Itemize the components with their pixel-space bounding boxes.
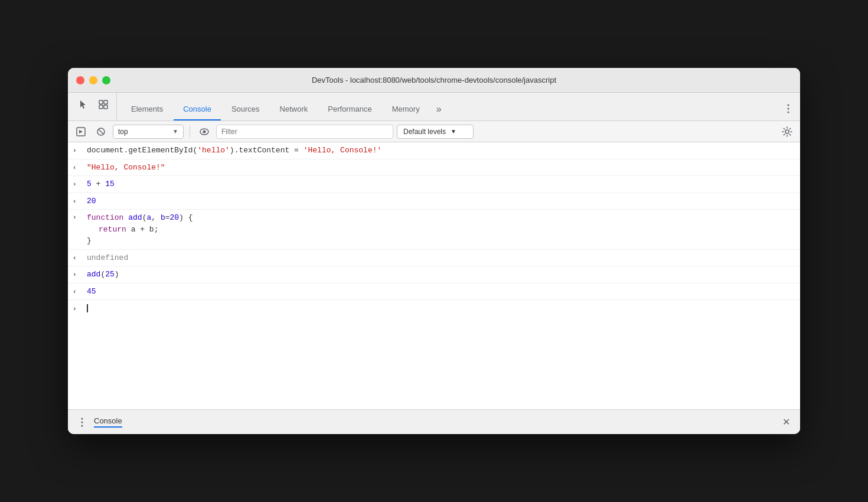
context-selector-arrow: ▼ xyxy=(172,128,178,135)
console-line: › add(25) xyxy=(68,266,800,283)
svg-rect-1 xyxy=(104,100,107,104)
svg-point-14 xyxy=(81,421,83,423)
tab-sources[interactable]: Sources xyxy=(222,93,269,120)
console-line: ‹ "Hello, Console!" xyxy=(68,159,800,177)
console-input-line[interactable]: › xyxy=(68,300,800,317)
execute-context-button[interactable] xyxy=(73,123,89,140)
input-arrow: › xyxy=(73,145,84,156)
context-selector[interactable]: top ▼ xyxy=(113,125,184,139)
more-tabs-button[interactable]: » xyxy=(430,99,448,120)
output-arrow: ‹ xyxy=(73,195,84,207)
console-code: add(25) xyxy=(84,269,795,281)
console-line: › 5 + 15 xyxy=(68,176,800,193)
svg-point-4 xyxy=(788,105,789,106)
vertical-dots-icon[interactable] xyxy=(781,102,795,116)
tab-memory[interactable]: Memory xyxy=(383,93,429,120)
svg-rect-0 xyxy=(99,100,103,104)
tab-end-icons xyxy=(781,102,795,120)
levels-dropdown[interactable]: Default levels ▼ xyxy=(397,125,474,139)
tab-elements[interactable]: Elements xyxy=(122,93,172,120)
title-bar: DevTools - localhost:8080/web/tools/chro… xyxy=(68,68,800,93)
console-line: ‹ 20 xyxy=(68,193,800,210)
maximize-button[interactable] xyxy=(102,76,110,84)
console-output[interactable]: › document.getElementById('hello').textC… xyxy=(68,142,800,409)
live-expression-button[interactable] xyxy=(196,123,213,140)
svg-rect-2 xyxy=(99,105,103,109)
input-prompt-arrow: › xyxy=(73,303,84,314)
svg-point-11 xyxy=(203,130,206,133)
svg-point-12 xyxy=(785,130,789,133)
console-output-value: 45 xyxy=(84,286,795,298)
window-title: DevTools - localhost:8080/web/tools/chro… xyxy=(312,76,556,84)
close-drawer-button[interactable]: ✕ xyxy=(779,415,793,429)
console-line: › document.getElementById('hello').textC… xyxy=(68,142,800,159)
cursor xyxy=(87,304,88,312)
tab-performance[interactable]: Performance xyxy=(318,93,381,120)
output-arrow: ‹ xyxy=(73,286,84,297)
clear-console-button[interactable] xyxy=(93,123,109,140)
close-button[interactable] xyxy=(76,76,84,84)
console-line: ‹ 45 xyxy=(68,283,800,301)
svg-point-6 xyxy=(788,112,789,113)
console-toolbar: top ▼ Default levels ▼ xyxy=(68,121,800,142)
settings-button[interactable] xyxy=(779,123,795,140)
svg-point-5 xyxy=(788,108,789,110)
svg-point-13 xyxy=(81,418,83,419)
toolbar-divider xyxy=(190,126,190,138)
filter-input[interactable] xyxy=(216,125,393,139)
console-output-value: undefined xyxy=(84,252,795,264)
bottom-console-tab[interactable]: Console xyxy=(94,416,122,428)
svg-rect-3 xyxy=(104,105,107,109)
bottom-dots-menu[interactable] xyxy=(75,415,89,429)
cursor-icon[interactable] xyxy=(75,96,92,113)
input-arrow: › xyxy=(73,269,84,280)
console-line: › function add(a, b=20) { return a + b; … xyxy=(68,210,800,250)
input-arrow: › xyxy=(73,212,84,223)
output-arrow: ‹ xyxy=(73,162,84,173)
svg-point-15 xyxy=(81,425,83,426)
output-arrow: ‹ xyxy=(73,252,84,263)
minimize-button[interactable] xyxy=(89,76,97,84)
devtools-window: DevTools - localhost:8080/web/tools/chro… xyxy=(68,68,800,434)
tab-bar: Elements Console Sources Network Perform… xyxy=(68,93,800,121)
tab-network[interactable]: Network xyxy=(270,93,318,120)
console-output-value: "Hello, Console!" xyxy=(84,162,795,174)
bottom-bar: Console ✕ xyxy=(68,409,800,434)
levels-arrow: ▼ xyxy=(451,128,456,135)
console-code: document.getElementById('hello').textCon… xyxy=(84,145,795,157)
svg-line-9 xyxy=(99,129,103,134)
window-controls xyxy=(76,76,110,84)
console-code: function add(a, b=20) { return a + b; } xyxy=(84,212,795,247)
console-cursor xyxy=(84,302,88,314)
console-line: ‹ undefined xyxy=(68,250,800,267)
console-output-value: 20 xyxy=(84,195,795,207)
toolbar-icons xyxy=(73,93,117,120)
input-arrow: › xyxy=(73,178,84,190)
inspect-icon[interactable] xyxy=(95,96,112,113)
console-code: 5 + 15 xyxy=(84,178,795,190)
tab-console[interactable]: Console xyxy=(174,93,221,120)
